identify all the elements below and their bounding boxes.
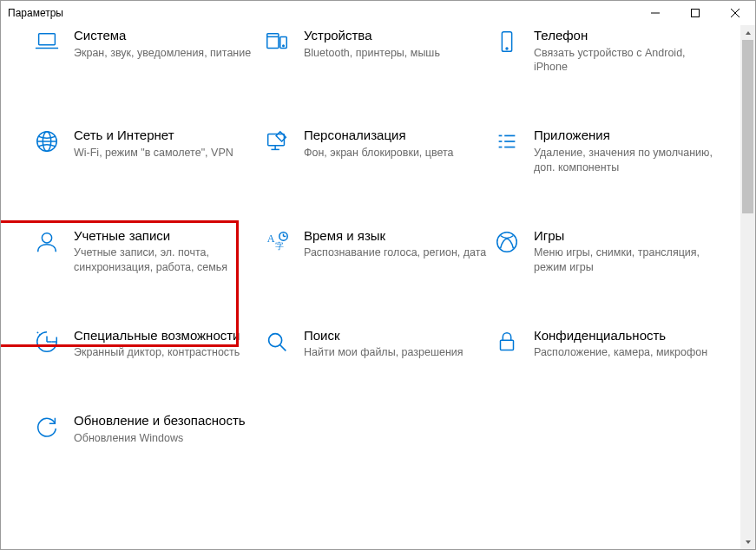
apps-icon [492,128,522,160]
scroll-thumb[interactable] [742,40,753,213]
tile-system[interactable]: Система Экран, звук, уведомления, питани… [32,27,258,60]
tile-network[interactable]: Сеть и Интернет Wi-Fi, режим "в самолете… [32,127,258,160]
tile-text: Учетные записи Учетные записи, эл. почта… [74,227,258,275]
tile-text: Сеть и Интернет Wi-Fi, режим "в самолете… [74,127,258,160]
devices-icon [262,29,292,60]
maximize-button[interactable] [675,1,715,25]
tile-search[interactable]: Поиск Найти мои файлы, разрешения [262,327,488,360]
tile-title: Устройства [304,27,488,44]
window-title: Параметры [1,7,63,19]
tile-sub: Фон, экран блокировки, цвета [304,146,488,160]
tile-sub: Связать устройство с Android, iPhone [534,46,718,75]
tile-gaming[interactable]: Игры Меню игры, снимки, трансляция, режи… [492,227,718,275]
tile-text: Конфиденциальность Расположение, камера,… [534,327,718,360]
tile-personalization[interactable]: Персонализация Фон, экран блокировки, цв… [262,127,488,160]
laptop-icon [32,29,62,60]
tile-text: Устройства Bluetooth, принтеры, мышь [304,27,488,60]
tile-text: Система Экран, звук, уведомления, питани… [74,27,258,60]
tile-title: Конфиденциальность [534,327,718,344]
tile-title: Учетные записи [74,227,258,245]
tile-sub: Wi-Fi, режим "в самолете", VPN [74,146,258,160]
person-icon [32,229,62,260]
svg-point-33 [269,333,282,346]
tile-sub: Удаление, значения по умолчанию, доп. ко… [534,146,718,175]
svg-rect-35 [501,340,514,350]
update-icon [32,414,62,445]
tile-sub: Экран, звук, уведомления, питание [74,46,258,61]
search-icon [262,329,292,360]
svg-text:字: 字 [275,240,284,250]
tile-title: Телефон [534,27,718,44]
tile-ease-of-access[interactable]: Специальные возможности Экранный диктор,… [32,327,258,360]
tile-apps[interactable]: Приложения Удаление, значения по умолчан… [492,127,718,174]
svg-text:A: A [267,232,275,245]
tile-text: Обновление и безопасность Обновления Win… [74,412,258,445]
svg-rect-6 [267,34,279,49]
tile-sub: Найти мои файлы, разрешения [304,345,488,360]
titlebar: Параметры [1,1,755,25]
tile-devices[interactable]: Устройства Bluetooth, принтеры, мышь [262,27,488,60]
tile-sub: Bluetooth, принтеры, мышь [304,46,488,61]
tile-title: Приложения [534,127,718,144]
settings-grid: Система Экран, звук, уведомления, питани… [32,27,732,446]
tile-sub: Обновления Windows [74,431,258,446]
tile-title: Время и язык [304,227,488,245]
svg-point-24 [42,232,51,242]
tile-text: Время и язык Распознавание голоса, регио… [304,227,488,260]
tile-sub: Меню игры, снимки, трансляция, режим игр… [534,246,718,275]
content-wrap: Система Экран, звук, уведомления, питани… [1,25,755,549]
tile-text: Персонализация Фон, экран блокировки, цв… [304,127,488,160]
scroll-up-arrow[interactable] [740,25,755,40]
tile-sub: Распознавание голоса, регион, дата [304,246,488,260]
tile-text: Игры Меню игры, снимки, трансляция, режи… [534,227,718,275]
tile-text: Специальные возможности Экранный диктор,… [74,327,258,360]
svg-point-11 [506,48,508,49]
tile-update[interactable]: Обновление и безопасность Обновления Win… [32,412,258,445]
tile-privacy[interactable]: Конфиденциальность Расположение, камера,… [492,327,718,360]
close-button[interactable] [715,1,755,25]
settings-window: Параметры [0,0,756,550]
tile-title: Персонализация [304,127,488,144]
tile-time-language[interactable]: A 字 Время и язык Распознавание голоса, р… [262,227,488,260]
tile-phone[interactable]: Телефон Связать устройство с Android, iP… [492,27,718,75]
tile-text: Поиск Найти мои файлы, разрешения [304,327,488,360]
paint-icon [262,128,292,160]
tile-sub: Учетные записи, эл. почта, синхронизация… [74,246,258,275]
svg-line-34 [280,345,286,351]
tile-title: Поиск [304,327,488,344]
tile-title: Сеть и Интернет [74,127,258,144]
tile-text: Телефон Связать устройство с Android, iP… [534,27,718,75]
tile-title: Специальные возможности [74,327,258,344]
window-controls [635,1,755,25]
tile-accounts[interactable]: Учетные записи Учетные записи, эл. почта… [32,227,258,275]
svg-rect-1 [692,10,700,17]
vertical-scrollbar[interactable] [740,25,755,549]
minimize-button[interactable] [635,1,675,25]
tile-title: Система [74,27,258,44]
xbox-icon [492,229,522,260]
lock-icon [492,329,522,360]
svg-point-9 [283,45,285,47]
content: Система Экран, звук, уведомления, питани… [1,25,740,549]
scroll-down-arrow[interactable] [740,534,755,549]
tile-sub: Расположение, камера, микрофон [534,345,718,360]
tile-text: Приложения Удаление, значения по умолчан… [534,127,718,174]
globe-icon [32,128,62,160]
svg-rect-4 [39,34,56,45]
svg-point-30 [497,232,517,252]
tile-sub: Экранный диктор, контрастность [74,345,258,360]
tile-title: Игры [534,227,718,245]
time-language-icon: A 字 [262,229,292,260]
ease-icon [32,329,62,360]
tile-title: Обновление и безопасность [74,412,258,429]
phone-icon [492,29,522,60]
